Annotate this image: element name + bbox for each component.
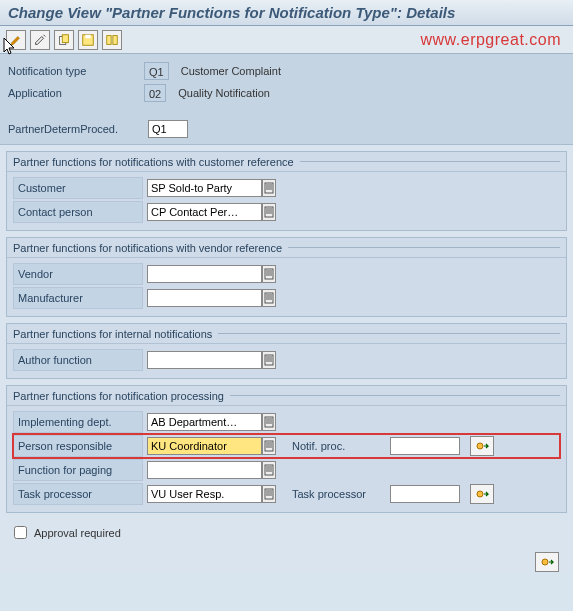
customer-input[interactable] xyxy=(147,179,262,197)
contact-input[interactable] xyxy=(147,203,262,221)
contact-dropdown-icon[interactable] xyxy=(262,203,276,221)
dept-label: Implementing dept. xyxy=(13,411,143,433)
paging-label: Function for paging xyxy=(13,459,143,481)
manufacturer-dropdown-icon[interactable] xyxy=(262,289,276,307)
group-processing: Partner functions for notification proce… xyxy=(6,385,567,513)
group-internal: Partner functions for internal notificat… xyxy=(6,323,567,379)
task-label: Task processor xyxy=(13,483,143,505)
svg-rect-1 xyxy=(62,34,68,42)
notif-proc-action-button[interactable] xyxy=(470,436,494,456)
paging-dropdown-icon[interactable] xyxy=(262,461,276,479)
variant-button[interactable] xyxy=(102,30,122,50)
header-block: Notification type Q1 Customer Complaint … xyxy=(0,54,573,145)
dept-dropdown-icon[interactable] xyxy=(262,413,276,431)
group-vendor-ref: Partner functions for notifications with… xyxy=(6,237,567,317)
group-vendor-title: Partner functions for notifications with… xyxy=(13,242,282,254)
notif-proc-input[interactable] xyxy=(390,437,460,455)
proced-input[interactable] xyxy=(148,120,188,138)
toggle-display-change-button[interactable] xyxy=(6,30,26,50)
application-desc: Quality Notification xyxy=(178,87,270,99)
svg-rect-4 xyxy=(107,35,111,44)
customer-label: Customer xyxy=(13,177,143,199)
person-dropdown-icon[interactable] xyxy=(262,437,276,455)
author-label: Author function xyxy=(13,349,143,371)
task-input[interactable] xyxy=(147,485,262,503)
notification-type-label: Notification type xyxy=(8,65,138,77)
notification-type-value: Q1 xyxy=(144,62,169,80)
svg-point-44 xyxy=(542,559,548,565)
svg-rect-3 xyxy=(85,34,90,38)
application-value: 02 xyxy=(144,84,166,102)
contact-label: Contact person xyxy=(13,201,143,223)
author-dropdown-icon[interactable] xyxy=(262,351,276,369)
toolbar: www.erpgreat.com xyxy=(0,26,573,54)
approval-checkbox[interactable] xyxy=(14,526,27,539)
application-label: Application xyxy=(8,87,138,99)
task2-action-button[interactable] xyxy=(470,484,494,504)
task2-input[interactable] xyxy=(390,485,460,503)
vendor-dropdown-icon[interactable] xyxy=(262,265,276,283)
person-label: Person responsible xyxy=(13,435,143,457)
window-title: Change View "Partner Functions for Notif… xyxy=(0,0,573,26)
paging-input[interactable] xyxy=(147,461,262,479)
svg-point-43 xyxy=(477,491,483,497)
person-input[interactable] xyxy=(147,437,262,455)
notification-type-desc: Customer Complaint xyxy=(181,65,281,77)
group-customer-ref: Partner functions for notifications with… xyxy=(6,151,567,231)
footer-action-button[interactable] xyxy=(535,552,559,572)
other-entry-button[interactable] xyxy=(30,30,50,50)
copy-as-button[interactable] xyxy=(54,30,74,50)
notif-proc-label: Notif. proc. xyxy=(292,440,382,452)
author-input[interactable] xyxy=(147,351,262,369)
save-button[interactable] xyxy=(78,30,98,50)
dept-input[interactable] xyxy=(147,413,262,431)
group-internal-title: Partner functions for internal notificat… xyxy=(13,328,212,340)
manufacturer-label: Manufacturer xyxy=(13,287,143,309)
group-customer-title: Partner functions for notifications with… xyxy=(13,156,294,168)
svg-rect-5 xyxy=(113,35,117,44)
task2-label: Task processor xyxy=(292,488,382,500)
person-responsible-row: Person responsible Notif. proc. xyxy=(13,434,560,458)
customer-dropdown-icon[interactable] xyxy=(262,179,276,197)
group-processing-title: Partner functions for notification proce… xyxy=(13,390,224,402)
task-dropdown-icon[interactable] xyxy=(262,485,276,503)
manufacturer-input[interactable] xyxy=(147,289,262,307)
svg-point-34 xyxy=(477,443,483,449)
vendor-input[interactable] xyxy=(147,265,262,283)
vendor-label: Vendor xyxy=(13,263,143,285)
watermark-text: www.erpgreat.com xyxy=(421,31,568,49)
approval-label: Approval required xyxy=(34,527,121,539)
proced-label: PartnerDetermProced. xyxy=(8,123,138,135)
